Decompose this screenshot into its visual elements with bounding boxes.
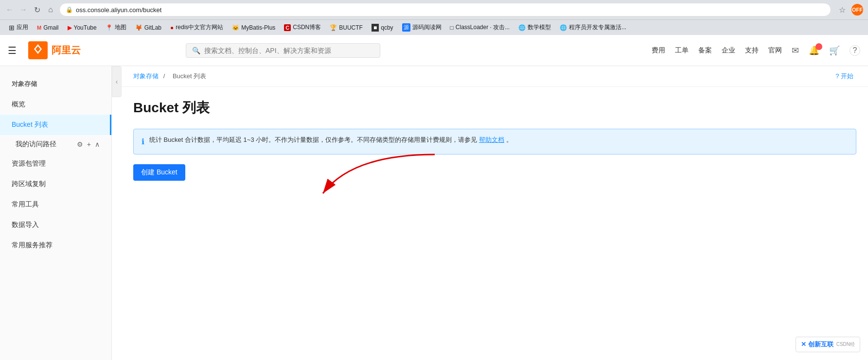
search-icon: 🔍 — [192, 47, 200, 54]
collapse-icon[interactable]: ∧ — [95, 140, 100, 148]
search-input[interactable] — [204, 47, 340, 54]
bell-badge — [815, 43, 822, 50]
info-banner: ℹ 统计 Bucket 合计数据，平均延迟 1~3 小时。不作为计量数据，仅作参… — [133, 129, 856, 154]
content-area: Bucket 列表 ℹ 统计 Bucket 合计数据，平均延迟 1~3 小时。不… — [122, 87, 868, 192]
nav-orders[interactable]: 工单 — [675, 46, 689, 55]
nav-official[interactable]: 官网 — [768, 46, 782, 55]
browser-profile[interactable]: OFF — [851, 4, 863, 16]
add-icon[interactable]: + — [87, 140, 91, 148]
nav-icp[interactable]: 备案 — [698, 46, 712, 55]
info-text: 统计 Bucket 合计数据，平均延迟 1~3 小时。不作为计量数据，仅作参考。… — [149, 135, 513, 145]
watermark-logo: ✕ 创新互联 — [801, 340, 833, 349]
page-title: Bucket 列表 — [133, 99, 856, 117]
bookmark-csdn[interactable]: C CSDN博客 — [280, 22, 325, 33]
sidebar-item-resource[interactable]: 资源包管理 — [0, 154, 111, 174]
sidebar-item-tools[interactable]: 常用工具 — [0, 194, 111, 215]
cart-icon[interactable]: 🛒 — [829, 45, 840, 56]
search-bar[interactable]: 🔍 — [186, 43, 380, 58]
breadcrumb: 对象存储 / Bucket 列表 ? 开始 — [122, 66, 868, 87]
home-button[interactable]: ⌂ — [46, 5, 55, 15]
bookmark-mybatis[interactable]: 🐱 MyBatis-Plus — [228, 23, 279, 33]
forward-button[interactable]: → — [18, 5, 28, 15]
bookmark-classloader[interactable]: □ ClassLoader · 攻击... — [446, 22, 514, 33]
header: ☰ 阿里云 🔍 费用 工单 备案 企业 支持 — [0, 35, 868, 66]
create-area: 创建 Bucket — [133, 164, 856, 181]
breadcrumb-current: Bucket 列表 — [173, 72, 206, 80]
sidebar-section-header: 对象存储 — [0, 74, 111, 94]
red-arrow — [313, 150, 440, 208]
breadcrumb-separator: / — [163, 72, 165, 80]
help-icon[interactable]: ? — [850, 45, 860, 56]
nav-support[interactable]: 支持 — [745, 46, 759, 55]
sidebar-item-cross-region[interactable]: 跨区域复制 — [0, 174, 111, 194]
refresh-button[interactable]: ↻ — [32, 5, 42, 15]
mail-icon[interactable]: ✉ — [792, 45, 799, 56]
bookmark-qcby[interactable]: ■ qcby — [368, 22, 397, 33]
breadcrumb-parent[interactable]: 对象存储 — [133, 72, 159, 80]
url-text: oss.console.aliyun.com/bucket — [76, 6, 825, 14]
bookmark-yuanma[interactable]: 源 源码阅读网 — [398, 22, 445, 33]
help-start-link[interactable]: ? 开始 — [835, 72, 853, 81]
sidebar-item-access-path[interactable]: 我的访问路径 ⚙ + ∧ — [0, 135, 111, 154]
nav-enterprise[interactable]: 企业 — [722, 46, 735, 55]
sidebar-item-bucket-list[interactable]: Bucket 列表 — [0, 115, 111, 135]
watermark: ✕ 创新互联 CSDN经 — [796, 337, 860, 352]
bookmark-maps[interactable]: 📍 地图 — [102, 22, 130, 33]
sidebar-collapse-button[interactable]: ‹ — [112, 66, 122, 97]
logo-box — [28, 41, 48, 59]
menu-button[interactable]: ☰ — [8, 45, 17, 56]
create-bucket-button[interactable]: 创建 Bucket — [133, 164, 185, 181]
settings-icon[interactable]: ⚙ — [77, 140, 83, 148]
bell-icon[interactable]: 🔔 — [809, 45, 819, 56]
info-help-link[interactable]: 帮助文档 — [479, 136, 504, 143]
sidebar: 对象存储 概览 Bucket 列表 我的访问路径 ⚙ + ∧ 资源包管理 跨区域… — [0, 66, 112, 360]
search-area: 🔍 — [186, 43, 380, 58]
access-path-actions: ⚙ + ∧ — [77, 140, 100, 148]
logo[interactable]: 阿里云 — [28, 41, 81, 59]
bookmark-buuctf[interactable]: 🏆 BUUCTF — [326, 23, 367, 33]
address-bar[interactable]: 🔒 oss.console.aliyun.com/bucket — [59, 3, 831, 17]
bookmark-star[interactable]: ☆ — [839, 5, 846, 15]
bookmark-gmail[interactable]: M Gmail — [33, 23, 63, 33]
sidebar-item-overview[interactable]: 概览 — [0, 94, 111, 115]
logo-text: 阿里云 — [52, 44, 81, 57]
back-button[interactable]: ← — [5, 5, 15, 15]
bookmark-gitlab[interactable]: 🦊 GitLab — [131, 23, 165, 33]
header-nav: 费用 工单 备案 企业 支持 官网 ✉ 🔔 🛒 ? — [652, 45, 860, 56]
bookmark-redis[interactable]: ● redis中文官方网站 — [166, 22, 227, 33]
sidebar-item-data-import[interactable]: 数据导入 — [0, 215, 111, 235]
watermark-url: CSDN经 — [836, 341, 855, 348]
main-content: 对象存储 / Bucket 列表 ? 开始 Bucket 列表 ℹ 统计 Buc… — [122, 66, 868, 360]
bookmarks-bar: ⊞ 应用 M Gmail ▶ YouTube 📍 地图 🦊 GitLab ● r… — [0, 19, 868, 35]
bookmark-apps[interactable]: ⊞ 应用 — [5, 22, 32, 33]
bookmark-math[interactable]: 🌐 数学模型 — [514, 22, 555, 33]
bookmark-dev[interactable]: 🌐 程序员开发专属激活... — [556, 22, 630, 33]
nav-fees[interactable]: 费用 — [652, 46, 665, 55]
sidebar-item-services[interactable]: 常用服务推荐 — [0, 235, 111, 256]
lock-icon: 🔒 — [66, 6, 73, 13]
bookmark-youtube[interactable]: ▶ YouTube — [64, 23, 101, 33]
info-icon: ℹ — [142, 136, 144, 148]
